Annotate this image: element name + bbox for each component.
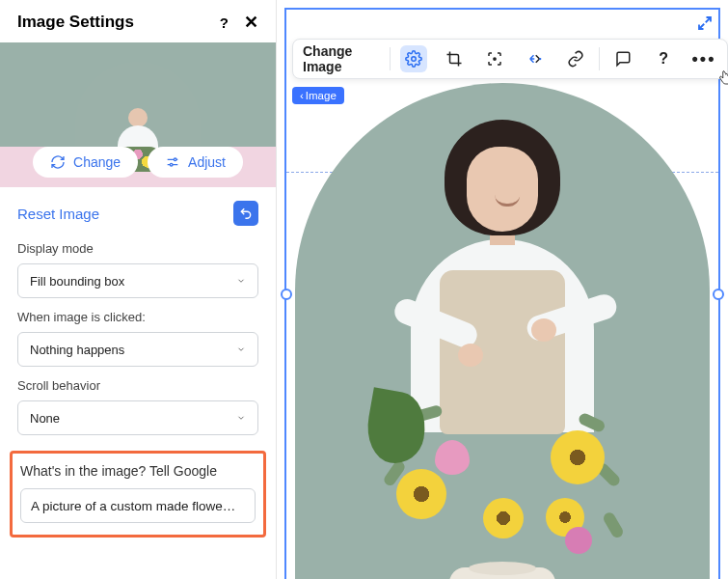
panel-header: Image Settings ? ✕ xyxy=(0,0,276,42)
focal-point-icon xyxy=(486,50,503,68)
svg-point-4 xyxy=(539,58,541,60)
alt-text-label: What's in the image? Tell Google xyxy=(20,463,256,479)
focal-point-button[interactable] xyxy=(481,45,508,72)
reset-image-link[interactable]: Reset Image xyxy=(17,206,99,222)
scroll-behavior-label: Scroll behavior xyxy=(17,378,258,393)
chevron-down-icon xyxy=(236,276,246,286)
click-behavior-select[interactable]: Nothing happens xyxy=(17,332,258,367)
display-mode-value: Fill bounding box xyxy=(30,274,124,289)
comment-icon xyxy=(614,50,632,68)
element-type-badge[interactable]: ‹ Image xyxy=(292,87,344,104)
panel-title: Image Settings xyxy=(17,13,134,32)
svg-point-1 xyxy=(170,163,173,166)
adjust-button[interactable]: Adjust xyxy=(148,147,243,178)
svg-point-2 xyxy=(412,57,417,62)
link-button[interactable] xyxy=(562,45,589,72)
link-icon xyxy=(567,50,584,68)
help-icon: ? xyxy=(659,50,668,68)
sliders-icon xyxy=(165,154,180,170)
svg-point-3 xyxy=(494,58,496,60)
alt-text-section: What's in the image? Tell Google A pictu… xyxy=(10,451,266,538)
change-button[interactable]: Change xyxy=(33,147,138,178)
alt-text-input[interactable]: A picture of a custom made flowe… xyxy=(20,488,256,523)
scroll-behavior-value: None xyxy=(30,411,60,426)
expand-icon[interactable] xyxy=(695,14,715,33)
change-button-label: Change xyxy=(73,154,121,170)
selected-image[interactable] xyxy=(292,83,713,579)
ellipsis-icon: ••• xyxy=(692,49,716,69)
click-behavior-label: When image is clicked: xyxy=(17,310,258,324)
illustration-vase xyxy=(449,567,555,579)
illustration-flowers xyxy=(367,392,637,575)
comment-button[interactable] xyxy=(609,45,636,72)
animation-icon xyxy=(526,50,544,68)
crop-icon xyxy=(445,50,463,68)
alt-text-value: A picture of a custom made flowe… xyxy=(31,499,235,513)
adjust-button-label: Adjust xyxy=(188,154,226,170)
badge-label: Image xyxy=(306,90,337,101)
undo-icon xyxy=(239,207,253,220)
gear-icon xyxy=(405,50,422,68)
display-mode-label: Display mode xyxy=(17,241,258,256)
scroll-behavior-select[interactable]: None xyxy=(17,400,258,435)
reset-image-button[interactable] xyxy=(233,201,258,226)
chevron-down-icon xyxy=(236,413,246,423)
chevron-down-icon xyxy=(236,345,246,354)
image-preview: Change Adjust xyxy=(0,42,276,187)
help-icon[interactable]: ? xyxy=(220,14,229,31)
editor-canvas: Change Image xyxy=(277,0,728,579)
display-mode-select[interactable]: Fill bounding box xyxy=(17,263,258,298)
change-image-button[interactable]: Change Image xyxy=(303,43,380,74)
settings-button[interactable] xyxy=(400,45,427,72)
click-behavior-value: Nothing happens xyxy=(30,343,124,357)
image-settings-panel: Image Settings ? ✕ Change xyxy=(0,0,277,579)
svg-point-0 xyxy=(174,158,176,161)
more-button[interactable]: ••• xyxy=(690,45,717,72)
toolbar-help-button[interactable]: ? xyxy=(650,45,677,72)
refresh-icon xyxy=(50,154,66,170)
crop-button[interactable] xyxy=(441,45,468,72)
image-toolbar: Change Image xyxy=(292,39,728,79)
badge-chevron: ‹ xyxy=(300,90,304,101)
close-icon[interactable]: ✕ xyxy=(244,12,258,33)
animation-button[interactable] xyxy=(522,45,549,72)
